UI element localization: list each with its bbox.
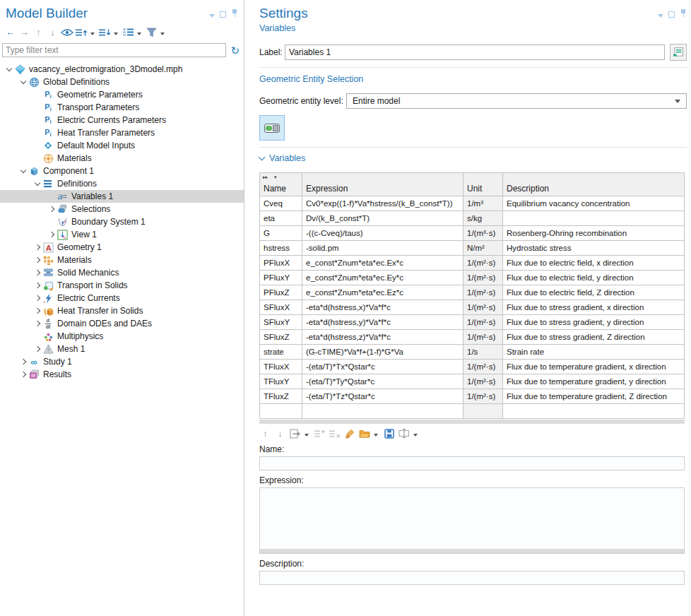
chevron-right-icon[interactable] bbox=[34, 295, 40, 301]
panel-pin-icon[interactable] bbox=[680, 9, 687, 20]
chevron-right-icon[interactable] bbox=[34, 308, 40, 314]
tree-item-materials[interactable]: Materials bbox=[0, 254, 244, 266]
cell-description[interactable]: Flux due to temperature gradient, Z dire… bbox=[503, 389, 685, 404]
cell-expression[interactable]: -(eta/T)*Tz*Qstar*c bbox=[302, 389, 463, 404]
show-eye-icon[interactable] bbox=[61, 26, 73, 38]
expand-all-icon[interactable] bbox=[76, 26, 88, 38]
cell-expression[interactable] bbox=[302, 404, 463, 419]
refresh-icon[interactable]: ↻ bbox=[230, 45, 240, 56]
cell-description[interactable]: Hydrostatic stress bbox=[503, 241, 685, 256]
cell-expression[interactable]: e_const*Znum*eta*ec.Ey*c bbox=[302, 271, 463, 285]
dropdown-caret-icon[interactable] bbox=[374, 429, 378, 439]
tree-item-mesh-1[interactable]: Mesh 1 bbox=[0, 343, 244, 355]
cell-expression[interactable]: -eta*d(hstress,x)*Va*f*c bbox=[302, 300, 463, 315]
dropdown-caret-icon[interactable] bbox=[114, 28, 118, 37]
column-header-description[interactable]: Description bbox=[503, 173, 685, 196]
tree-item-global-definitions[interactable]: Global Definitions bbox=[0, 76, 244, 88]
column-header-name[interactable]: ▸▸▾Name bbox=[260, 173, 302, 196]
panel-float-icon[interactable] bbox=[668, 10, 675, 20]
settings-subtitle[interactable]: Variables bbox=[259, 23, 687, 33]
geometric-entity-level-select[interactable]: Entire model bbox=[346, 93, 687, 109]
dropdown-caret-icon[interactable] bbox=[90, 28, 95, 37]
chevron-right-icon[interactable] bbox=[34, 283, 40, 288]
cell-expression[interactable]: e_const*Znum*eta*ec.Ex*c bbox=[302, 256, 463, 271]
cell-name[interactable]: PFluxY bbox=[260, 271, 302, 285]
cell-description[interactable]: Flux due to temperature gradient, x dire… bbox=[503, 360, 685, 374]
forward-arrow-icon[interactable]: → bbox=[18, 26, 30, 38]
cell-expression[interactable]: -solid.pm bbox=[302, 241, 463, 256]
tree-item-default-model-inputs[interactable]: Default Model Inputs bbox=[0, 139, 244, 152]
cell-description[interactable]: Flux due to electric field, y direction bbox=[503, 271, 685, 285]
cell-expression[interactable]: -(eta/T)*Ty*Qstar*c bbox=[302, 374, 463, 389]
cell-name[interactable]: hstress bbox=[260, 241, 302, 256]
chevron-right-icon[interactable] bbox=[48, 232, 54, 237]
cell-expression[interactable]: e_const*Znum*eta*ec.Ez*c bbox=[302, 285, 463, 300]
cell-description[interactable]: Flux due to electric field, Z direction bbox=[503, 285, 685, 300]
delete-row-icon[interactable] bbox=[329, 427, 341, 439]
cell-name[interactable]: TFluxY bbox=[260, 374, 302, 389]
chevron-right-icon[interactable] bbox=[34, 346, 40, 352]
tree-item-boundary-system-1[interactable]: Boundary System 1 bbox=[0, 215, 244, 228]
cell-expression[interactable]: -((c-Cveq)/taus) bbox=[302, 226, 463, 241]
tree-item-view-1[interactable]: View 1 bbox=[0, 228, 244, 241]
cell-description[interactable]: Rosenberg-Ohring recombination bbox=[503, 226, 685, 241]
node-label-icon[interactable] bbox=[122, 26, 134, 38]
cell-description[interactable]: Flux due to stress gradient, Z direction bbox=[503, 330, 685, 345]
chevron-down-icon[interactable] bbox=[20, 78, 25, 84]
tree-item-geometric-parameters[interactable]: PiGeometric Parameters bbox=[0, 88, 244, 101]
collapse-all-icon[interactable] bbox=[99, 26, 111, 38]
move-up-arrow-icon[interactable]: ↑ bbox=[33, 26, 45, 38]
panel-pin-icon[interactable] bbox=[231, 9, 238, 20]
tree-item-selections[interactable]: Selections bbox=[0, 203, 244, 215]
cell-name[interactable]: G bbox=[260, 226, 302, 241]
cell-name[interactable]: TFluxX bbox=[260, 360, 302, 374]
row-down-icon[interactable]: ↓ bbox=[274, 427, 286, 439]
cell-expression[interactable]: Cv0*exp((1-f)*Va*hstress/(k_B_const*T)) bbox=[302, 196, 463, 211]
cell-name[interactable]: PFluxZ bbox=[260, 285, 302, 300]
tree-item-vacancy-electromigration-3dmodel-mph[interactable]: vacancy_electromigration_3Dmodel.mph bbox=[0, 63, 244, 76]
tree-item-component-1[interactable]: Component 1 bbox=[0, 165, 244, 177]
tree-item-study-1[interactable]: ∞Study 1 bbox=[0, 355, 244, 368]
filter-funnel-icon[interactable] bbox=[146, 26, 158, 38]
cell-name[interactable]: eta bbox=[260, 211, 302, 226]
cell-description[interactable]: Strain rate bbox=[503, 345, 685, 360]
clear-table-icon[interactable] bbox=[343, 427, 355, 439]
cell-description[interactable]: Equilibrium vacancy concentration bbox=[503, 196, 685, 211]
label-doc-button[interactable] bbox=[670, 44, 687, 61]
cell-expression[interactable]: -eta*d(hstress,y)*Va*f*c bbox=[302, 315, 463, 330]
cell-expression[interactable]: -(eta/T)*Tx*Qstar*c bbox=[302, 360, 463, 374]
variables-section-header[interactable]: Variables bbox=[259, 153, 687, 163]
panel-float-icon[interactable] bbox=[220, 10, 226, 20]
tree-item-heat-transfer-in-solids[interactable]: Heat Transfer in Solids bbox=[0, 304, 244, 317]
sort-icons[interactable]: ▸▸▾ bbox=[263, 174, 277, 180]
description-input[interactable] bbox=[259, 571, 685, 585]
cell-name[interactable]: PFluxX bbox=[260, 256, 302, 271]
chevron-down-icon[interactable] bbox=[34, 180, 40, 186]
column-header-expression[interactable]: Expression bbox=[302, 173, 463, 196]
load-file-icon[interactable] bbox=[358, 427, 370, 439]
chevron-right-icon[interactable] bbox=[34, 244, 40, 250]
cell-description[interactable]: Flux due to temperature gradient, y dire… bbox=[503, 374, 685, 389]
column-header-unit[interactable]: Unit bbox=[463, 173, 503, 196]
tree-item-definitions[interactable]: Definitions bbox=[0, 177, 244, 190]
cell-name[interactable]: SFluxY bbox=[260, 315, 302, 330]
tree-item-domain-odes-and-daes[interactable]: ddtDomain ODEs and DAEs bbox=[0, 317, 244, 330]
cell-name[interactable]: TFluxZ bbox=[260, 389, 302, 404]
active-selection-toggle-button[interactable] bbox=[259, 115, 285, 141]
panel-menu-caret-icon[interactable] bbox=[209, 10, 215, 20]
tree-item-electric-currents[interactable]: +-Electric Currents bbox=[0, 292, 244, 304]
tree-item-multiphysics[interactable]: Multiphysics bbox=[0, 330, 244, 343]
tree-item-materials[interactable]: Materials bbox=[0, 152, 244, 165]
move-to-icon[interactable] bbox=[289, 427, 301, 439]
tree-item-results[interactable]: Results bbox=[0, 368, 244, 381]
dropdown-caret-icon[interactable] bbox=[160, 28, 165, 37]
dropdown-caret-icon[interactable] bbox=[413, 429, 418, 439]
cell-expression[interactable]: -eta*d(hstress,z)*Va*f*c bbox=[302, 330, 463, 345]
expression-input[interactable] bbox=[259, 487, 685, 554]
table-horizontal-scrollbar[interactable] bbox=[259, 420, 685, 424]
chevron-right-icon[interactable] bbox=[34, 321, 40, 326]
tree-item-transport-parameters[interactable]: PiTransport Parameters bbox=[0, 101, 244, 114]
name-input[interactable] bbox=[259, 456, 685, 470]
cell-name[interactable] bbox=[260, 404, 302, 419]
dropdown-caret-icon[interactable] bbox=[137, 28, 141, 37]
